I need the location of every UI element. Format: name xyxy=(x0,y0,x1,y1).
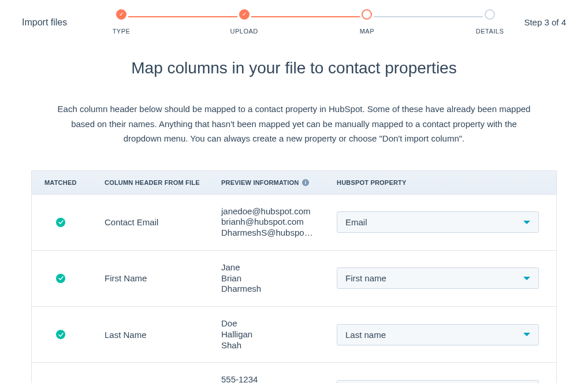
stepper-step-label: MAP xyxy=(360,28,374,35)
preview-cell: janedoe@hubspot.com brianh@hubspot.com D… xyxy=(221,206,337,239)
main-content: Map columns in your file to contact prop… xyxy=(0,28,588,383)
stepper-connector xyxy=(374,16,483,17)
current-step-icon xyxy=(362,9,372,20)
table-row: Contact Phone 555-1234 555-2154 555-5309… xyxy=(32,363,556,383)
column-header-property: HUBSPOT PROPERTY xyxy=(337,179,556,186)
preview-value: Brian xyxy=(221,273,319,284)
column-header-preview: PREVIEW INFORMATION i xyxy=(221,179,337,186)
preview-value: 555-1234 xyxy=(221,374,319,383)
check-icon: ✓ xyxy=(116,9,126,20)
chevron-down-icon xyxy=(523,333,530,336)
stepper-step-label: UPLOAD xyxy=(230,28,258,35)
stepper-step-type[interactable]: ✓ TYPE xyxy=(114,9,128,20)
check-icon: ✓ xyxy=(239,9,250,20)
stepper-step-upload[interactable]: ✓ UPLOAD xyxy=(237,9,251,20)
preview-value: Jane xyxy=(221,262,319,273)
step-counter: Step 3 of 4 xyxy=(497,8,566,27)
table-row: Last Name Doe Halligan Shah Last name xyxy=(32,307,556,363)
matched-icon xyxy=(56,274,65,283)
column-header-matched: MATCHED xyxy=(32,179,105,186)
table-row: Contact Email janedoe@hubspot.com brianh… xyxy=(32,195,556,251)
future-step-icon xyxy=(485,9,495,20)
chevron-down-icon xyxy=(523,277,530,280)
info-icon[interactable]: i xyxy=(302,179,309,186)
stepper-step-details[interactable]: DETAILS xyxy=(483,9,497,20)
matched-icon xyxy=(56,330,65,339)
preview-value: Shah xyxy=(221,340,319,351)
page-description: Each column header below should be mappe… xyxy=(57,102,531,146)
stepper-step-label: TYPE xyxy=(113,28,131,35)
file-column-header: Last Name xyxy=(105,330,221,340)
preview-value: Doe xyxy=(221,318,319,329)
stepper: ✓ TYPE ✓ UPLOAD MAP DETAILS xyxy=(114,8,497,20)
page-header-title: Import files xyxy=(22,8,114,28)
stepper-step-map[interactable]: MAP xyxy=(360,9,374,20)
column-header-preview-label: PREVIEW INFORMATION xyxy=(221,179,299,186)
mapping-table: MATCHED COLUMN HEADER FROM FILE PREVIEW … xyxy=(31,170,557,384)
preview-value: Halligan xyxy=(221,329,319,340)
property-select-value: Email xyxy=(345,217,367,227)
page-title: Map columns in your file to contact prop… xyxy=(31,59,557,77)
stepper-step-label: DETAILS xyxy=(476,28,504,35)
chevron-down-icon xyxy=(523,221,530,224)
file-column-header: Contact Email xyxy=(105,217,221,227)
preview-cell: 555-1234 555-2154 555-5309 xyxy=(221,374,337,383)
preview-cell: Jane Brian Dharmesh xyxy=(221,262,337,295)
matched-icon xyxy=(56,218,65,227)
preview-value: DharmeshS@hubspo… xyxy=(221,228,319,239)
preview-value: brianh@hubspot.com xyxy=(221,217,319,228)
top-bar: Import files ✓ TYPE ✓ UPLOAD MAP DETAILS… xyxy=(0,0,588,28)
column-header-file: COLUMN HEADER FROM FILE xyxy=(105,179,221,186)
preview-cell: Doe Halligan Shah xyxy=(221,318,337,351)
property-select[interactable]: Phone xyxy=(337,380,539,383)
table-row: First Name Jane Brian Dharmesh First nam… xyxy=(32,251,556,307)
stepper-connector xyxy=(128,16,237,17)
file-column-header: First Name xyxy=(105,273,221,283)
table-header: MATCHED COLUMN HEADER FROM FILE PREVIEW … xyxy=(32,171,556,195)
property-select-value: Last name xyxy=(345,330,386,340)
property-select[interactable]: Last name xyxy=(337,324,539,345)
preview-value: janedoe@hubspot.com xyxy=(221,206,319,217)
property-select-value: First name xyxy=(345,273,386,283)
stepper-connector xyxy=(251,16,360,17)
property-select[interactable]: First name xyxy=(337,267,539,289)
preview-value: Dharmesh xyxy=(221,284,319,295)
property-select[interactable]: Email xyxy=(337,211,539,233)
